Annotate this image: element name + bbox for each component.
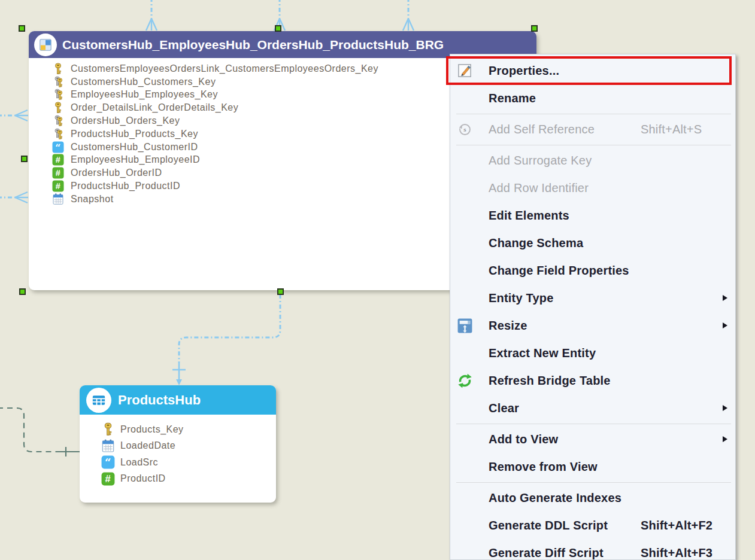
selection-handle-bottom-left[interactable]: [19, 288, 26, 295]
submenu-arrow-icon: [723, 322, 727, 328]
menu-item-label: Clear: [489, 401, 519, 415]
selection-handle-bottom-center[interactable]: [277, 288, 284, 295]
svg-text:s: s: [463, 126, 466, 133]
selection-handle-top-left[interactable]: [19, 25, 25, 32]
field-name: ProductsHub_ProductID: [71, 181, 180, 191]
selection-handle-top-center[interactable]: [275, 25, 281, 32]
menu-item-generate-diff-script[interactable]: Generate Diff ScriptShift+Alt+F3: [450, 539, 735, 560]
connector-left-1: [0, 110, 28, 121]
menu-item-auto-generate-indexes[interactable]: Auto Generate Indexes: [450, 484, 735, 512]
menu-item-change-field-properties[interactable]: Change Field Properties: [450, 257, 735, 284]
number-icon: #: [51, 154, 65, 166]
refresh-icon: [454, 373, 475, 389]
menu-item-label: Change Field Properties: [489, 264, 629, 278]
connector-brg-to-productshub: [172, 294, 280, 385]
svg-text:#: #: [56, 168, 61, 178]
menu-item-entity-type[interactable]: Entity Type: [450, 284, 735, 312]
key-icon: [51, 63, 65, 75]
menu-item-label: Rename: [489, 92, 536, 105]
entity-header[interactable]: ProductsHub: [80, 385, 276, 415]
double-key-icon: [51, 115, 65, 127]
menu-item-generate-ddl-script[interactable]: Generate DDL ScriptShift+Alt+F2: [450, 512, 735, 539]
entity-field-list: Products_KeyLoadedDate“LoadSrc#ProductID: [80, 415, 276, 487]
connector-top-1: [146, 0, 157, 31]
entity-products-hub[interactable]: ProductsHub Products_KeyLoadedDate“LoadS…: [80, 385, 276, 503]
menu-item-label: Generate DDL Script: [489, 519, 608, 532]
menu-item-edit-elements[interactable]: Edit Elements: [450, 202, 735, 229]
menu-item-refresh-bridge-table[interactable]: Refresh Bridge Table: [450, 367, 735, 394]
field-name: LoadedDate: [120, 440, 175, 451]
menu-item-add-row-identifier: Add Row Identifier: [450, 174, 735, 202]
field-name: Snapshot: [71, 194, 114, 205]
svg-text:#: #: [56, 155, 61, 165]
key-icon: [101, 422, 115, 436]
menu-item-label: Change Schema: [489, 236, 583, 250]
entity-title: CustomersHub_EmployeesHub_OrdersHub_Prod…: [62, 38, 444, 52]
menu-item-label: Generate Diff Script: [489, 546, 604, 560]
field-name: EmployeesHub_EmployeeID: [71, 154, 200, 165]
number-icon: #: [101, 472, 115, 486]
menu-item-shortcut: Shift+Alt+F2: [641, 519, 712, 532]
annotation-highlight-rectangle: [446, 56, 732, 85]
text-icon: “: [101, 455, 115, 469]
double-key-icon: [51, 89, 65, 101]
double-key-icon: [51, 128, 65, 140]
menu-item-clear[interactable]: Clear: [450, 394, 735, 422]
context-menu: Properties...RenamesAdd Self ReferenceSh…: [450, 54, 736, 560]
field-name: OrdersHub_Orders_Key: [71, 115, 180, 126]
field-name: ProductID: [120, 473, 166, 484]
menu-item-label: Refresh Bridge Table: [489, 374, 611, 388]
svg-text:#: #: [56, 181, 61, 191]
menu-item-add-to-view[interactable]: Add to View: [450, 425, 735, 453]
menu-item-label: Add Row Identifier: [489, 181, 589, 195]
connector-top-3: [403, 0, 414, 31]
key-icon: [51, 102, 65, 114]
number-icon: #: [51, 167, 65, 179]
menu-item-label: Auto Generate Indexes: [489, 491, 621, 505]
double-key-icon: [51, 76, 65, 88]
self-reference-icon: s: [454, 121, 475, 138]
field-row[interactable]: #ProductID: [101, 471, 276, 488]
field-name: LoadSrc: [120, 457, 158, 468]
selection-handle-middle-left[interactable]: [21, 156, 28, 162]
resize-icon: [454, 318, 475, 334]
selection-handle-top-right[interactable]: [531, 25, 538, 32]
svg-text:#: #: [105, 473, 111, 485]
connector-left-2: [0, 192, 28, 203]
modeling-canvas: CustomersHub_EmployeesHub_OrdersHub_Prod…: [0, 0, 755, 560]
menu-item-change-schema[interactable]: Change Schema: [450, 229, 735, 257]
menu-item-remove-from-view[interactable]: Remove from View: [450, 453, 735, 480]
text-icon: “: [51, 141, 65, 153]
entity-title: ProductsHub: [118, 392, 201, 408]
connector-left-productshub: [0, 408, 80, 456]
menu-item-shortcut: Shift+Alt+S: [641, 123, 702, 136]
field-name: Products_Key: [120, 424, 184, 435]
submenu-arrow-icon: [723, 405, 727, 411]
menu-item-label: Resize: [489, 319, 527, 333]
menu-item-rename[interactable]: Rename: [450, 84, 735, 112]
menu-item-shortcut: Shift+Alt+F3: [641, 546, 712, 560]
menu-item-label: Add to View: [489, 433, 558, 446]
date-icon: [51, 193, 65, 205]
field-row[interactable]: LoadedDate: [101, 438, 276, 455]
field-name: Order_DetailsLink_OrderDetails_Key: [71, 102, 238, 113]
menu-item-label: Remove from View: [489, 460, 598, 474]
field-row[interactable]: “LoadSrc: [101, 454, 276, 471]
svg-text:“: “: [104, 456, 111, 469]
field-name: OrdersHub_OrderID: [71, 168, 162, 178]
field-name: ProductsHub_Products_Key: [71, 129, 198, 139]
menu-item-label: Add Self Reference: [489, 123, 595, 136]
menu-item-label: Extract New Entity: [489, 346, 596, 360]
submenu-arrow-icon: [723, 295, 727, 301]
number-icon: #: [51, 180, 65, 192]
field-name: EmployeesHub_Employees_Key: [71, 89, 218, 100]
menu-item-resize[interactable]: Resize: [450, 312, 735, 339]
menu-item-extract-new-entity[interactable]: Extract New Entity: [450, 339, 735, 367]
svg-text:“: “: [55, 142, 61, 153]
field-row[interactable]: Products_Key: [101, 421, 276, 438]
menu-item-label: Edit Elements: [489, 209, 569, 223]
menu-item-label: Entity Type: [489, 291, 554, 305]
bridge-table-icon: [34, 34, 57, 56]
menu-item-label: Add Surrogate Key: [489, 154, 592, 168]
field-name: CustomersHub_Customers_Key: [71, 77, 216, 87]
